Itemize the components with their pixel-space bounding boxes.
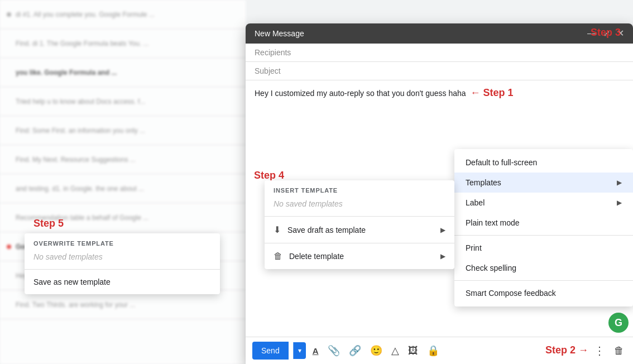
email-row: Find. di 1. The Google Formula beats You… [0,29,246,58]
step5-container: Step 5 [33,218,64,229]
step1-label: ← Step 1 [471,87,514,99]
email-dot [7,99,11,104]
more-options-icon[interactable]: ⋮ [592,342,607,360]
insert-no-templates: No saved templates [265,196,454,214]
format-text-icon[interactable]: A [310,344,321,358]
insert-template-label: INSERT TEMPLATE [265,183,454,196]
email-row-text: Find: Some First. an information you onl… [16,127,145,135]
email-row-text: Find. di 1. The Google Formula beats You… [16,40,149,47]
step2-container: Step 2 → [545,344,588,356]
submenu-divider [265,216,454,217]
submenu-divider-2 [265,243,454,243]
email-dot [7,215,11,220]
context-menu-main: Default to full-screen Templates ▶ Label… [454,149,633,306]
email-dot [7,70,11,75]
email-list-background: di #1. All you complete you. Google Form… [0,0,246,364]
attach-icon[interactable]: 📎 [325,342,342,359]
email-row-text: di #1. All you complete you. Google Form… [16,11,155,18]
save-draft-icon: ⬇ [274,224,281,235]
delete-template-icon: 🗑 [274,251,282,261]
subject-field[interactable]: Subject [246,62,633,80]
send-button[interactable]: Send [252,342,289,360]
google-avatar: G [608,313,629,333]
email-row-text: Tried help u to know about Docs access. … [16,98,145,106]
email-dot [7,157,11,162]
email-dot [7,303,11,307]
step4-container: Step 4 [254,170,284,181]
email-dot [7,245,11,249]
new-message-header: New Message — ⤢ ✕ [246,23,633,44]
email-row: Tried help u to know about Docs access. … [0,87,246,116]
subject-label: Subject [255,66,281,75]
step1-container: Hey I customized my auto-reply so that y… [255,87,624,99]
menu-divider [454,235,633,236]
body-text: Hey I customized my auto-reply so that y… [255,89,466,98]
menu-item-check-spelling[interactable]: Check spelling [454,258,633,278]
link-icon[interactable]: 🔗 [347,342,363,359]
email-dot [7,128,11,133]
email-row-text: Find. Two Thirds. are working for your .… [16,301,135,309]
save-draft-arrow-icon: ▶ [440,226,445,234]
email-row: you like. Google Formula and ... [0,58,246,87]
email-row: di #1. All you complete you. Google Form… [0,0,246,29]
recipients-field[interactable]: Recipients [246,44,633,62]
overwrite-no-templates: No saved templates [25,249,220,267]
email-dot [7,12,11,17]
overwrite-divider [25,269,220,270]
step2-label: Step 2 → [545,344,588,356]
photo-icon[interactable]: 🖼 [406,343,420,359]
email-dot [7,274,11,278]
step3-container: Step 3 [591,27,621,39]
menu-item-default-fullscreen[interactable]: Default to full-screen [454,152,633,173]
email-row: Find. My Next. Resource Suggestions ... [0,145,246,174]
email-dot [7,186,11,191]
step4-label-text: Step 4 [254,170,284,181]
recipients-label: Recipients [255,48,291,57]
submenu-item-delete-template[interactable]: 🗑 Delete template ▶ [265,246,454,267]
templates-arrow-icon: ▶ [617,179,622,186]
email-row: and testing. d1. in Google. the one abou… [0,174,246,203]
menu-divider-2 [454,280,633,281]
new-message-title: New Message [255,29,304,38]
save-as-new-template-item[interactable]: Save as new template [25,272,220,292]
email-row-text: you like. Google Formula and ... [16,69,117,76]
overwrite-template-label: OVERWRITE TEMPLATE [25,236,220,249]
discard-icon[interactable]: 🗑 [612,343,626,359]
email-row-text: Find. My Next. Resource Suggestions ... [16,156,136,164]
label-arrow-icon: ▶ [617,199,622,207]
drive-icon[interactable]: △ [389,342,401,359]
emoji-icon[interactable]: 🙂 [368,342,385,359]
step3-label: Step 3 [591,27,621,38]
submenu-item-save-draft[interactable]: ⬇ Save draft as template ▶ [265,219,454,241]
save-draft-left: ⬇ Save draft as template [274,224,366,235]
email-row-text: and testing. d1. in Google. the one abou… [16,185,144,193]
menu-item-print[interactable]: Print [454,238,633,258]
lock-clock-icon[interactable]: 🔒 [425,342,442,359]
email-row: Find: Some First. an information you onl… [0,116,246,145]
send-arrow-button[interactable]: ▾ [293,342,306,359]
delete-template-arrow-icon: ▶ [440,252,445,260]
delete-template-left: 🗑 Delete template [274,251,344,261]
menu-item-smart-compose[interactable]: Smart Compose feedback [454,283,633,303]
email-row: Find. Two Thirds. are working for your .… [0,290,246,319]
step5-label-text: Step 5 [33,218,64,229]
context-menu-templates: INSERT TEMPLATE No saved templates ⬇ Sav… [265,180,454,269]
menu-item-plain-text[interactable]: Plain text mode [454,213,633,233]
menu-item-label[interactable]: Label ▶ [454,193,633,213]
context-menu-overwrite: OVERWRITE TEMPLATE No saved templates Sa… [25,233,220,294]
menu-item-templates[interactable]: Templates ▶ [454,173,633,193]
email-dot [7,41,11,46]
